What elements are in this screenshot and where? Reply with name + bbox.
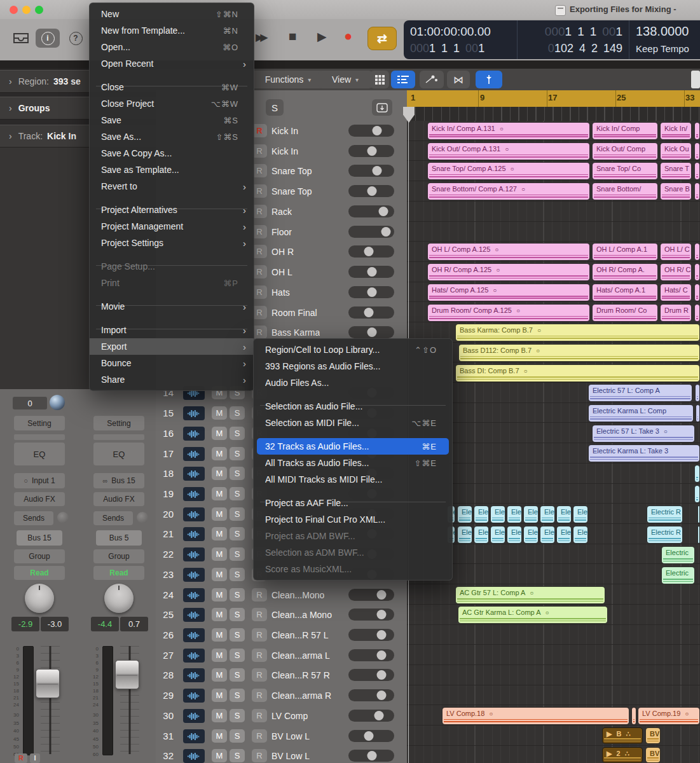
volume-slider[interactable]: [348, 145, 394, 157]
volume-slider[interactable]: [348, 669, 394, 681]
menu-item[interactable]: [254, 431, 452, 438]
solo-button[interactable]: S: [230, 527, 245, 540]
mute-button[interactable]: M: [212, 547, 227, 561]
track-row[interactable]: 25 M S R Clean...a Mono: [156, 605, 406, 626]
slider-knob[interactable]: [367, 267, 377, 277]
slider-knob[interactable]: [364, 731, 374, 741]
mute-button[interactable]: M: [212, 729, 227, 743]
menu-item[interactable]: All MIDI Tracks as MIDI File...: [254, 471, 452, 488]
menu-item[interactable]: [90, 72, 254, 79]
mute-button[interactable]: M: [212, 447, 227, 460]
track-row[interactable]: 31 M S R BV Low L: [156, 726, 406, 747]
menu-item[interactable]: [90, 195, 254, 202]
menu-item[interactable]: Share ›: [90, 371, 254, 388]
fader-cap[interactable]: [36, 669, 60, 698]
slider-knob[interactable]: [376, 630, 386, 640]
slider-knob[interactable]: [367, 146, 377, 156]
menu-item[interactable]: Project Settings ›: [90, 235, 254, 251]
menu-item[interactable]: Save A Copy As...: [90, 145, 254, 162]
slider-knob[interactable]: [381, 227, 391, 237]
menu-item[interactable]: Project as AAF File...: [254, 495, 452, 511]
menu-item[interactable]: Export ›: [90, 338, 254, 355]
mute-button[interactable]: M: [212, 608, 227, 621]
solo-button[interactable]: S: [230, 588, 245, 601]
volume-slider[interactable]: [348, 266, 394, 278]
zoom-window-button[interactable]: [35, 6, 43, 14]
menu-item[interactable]: [90, 251, 254, 258]
mute-button[interactable]: M: [212, 406, 227, 420]
menu-item[interactable]: Selection as MIDI File... ⌥⌘E: [254, 415, 452, 431]
slider-knob[interactable]: [367, 751, 377, 760]
menu-item[interactable]: Selection as ADM BWF...: [254, 544, 452, 561]
automation-button[interactable]: [420, 71, 444, 88]
eq-slot[interactable]: EQ: [14, 443, 65, 465]
slider-knob[interactable]: [378, 207, 388, 216]
solo-button[interactable]: S: [230, 729, 245, 743]
track-name[interactable]: Clean...Mono: [271, 590, 324, 600]
mute-button[interactable]: M: [212, 487, 227, 500]
solo-button[interactable]: S: [230, 487, 245, 500]
volume-slider[interactable]: [348, 165, 394, 177]
menu-item[interactable]: Bounce ›: [90, 355, 254, 371]
record-arm-button[interactable]: R: [15, 753, 27, 763]
slider-knob[interactable]: [372, 126, 381, 135]
track-name[interactable]: Clean...R 57 L: [271, 630, 329, 640]
gain-knob-icon[interactable]: [50, 395, 65, 410]
track-name[interactable]: OH L: [271, 267, 292, 277]
track-row[interactable]: 32 M S R BV Low L: [156, 746, 406, 763]
menu-item[interactable]: 393 Regions as Audio Files...: [254, 358, 452, 375]
track-row[interactable]: 28 M S R Clean...R 57 R: [156, 665, 406, 686]
track-row[interactable]: 29 M S R Clean...arma R: [156, 685, 406, 706]
solo-button[interactable]: S: [230, 709, 245, 722]
record-enable-button[interactable]: R: [252, 729, 267, 743]
track-name[interactable]: Clean...R 57 R: [271, 670, 330, 680]
solo-button[interactable]: S: [230, 507, 245, 521]
menu-item[interactable]: Page Setup...: [90, 258, 254, 275]
solo-button[interactable]: S: [230, 689, 245, 702]
menu-item[interactable]: Project to Final Cut Pro XML...: [254, 511, 452, 528]
solo-button[interactable]: S: [230, 668, 245, 682]
mute-button[interactable]: M: [212, 568, 227, 581]
pan-knob[interactable]: [25, 584, 54, 613]
solo-button[interactable]: S: [230, 406, 245, 420]
fader-track[interactable]: [41, 646, 60, 754]
volume-slider[interactable]: [348, 226, 394, 238]
send-knob[interactable]: [137, 512, 148, 523]
volume-slider[interactable]: [348, 689, 394, 701]
track-name[interactable]: Clean...arma R: [271, 691, 331, 701]
mute-button[interactable]: M: [212, 749, 227, 762]
volume-slider[interactable]: [348, 629, 394, 641]
menu-item[interactable]: Print ⌘P: [90, 275, 254, 291]
track-name[interactable]: BV Low L: [271, 731, 310, 741]
output-bus-slot[interactable]: Bus 5: [96, 530, 142, 546]
track-row[interactable]: 26 M S R Clean...R 57 L: [156, 625, 406, 646]
group-slot[interactable]: Group: [93, 549, 144, 563]
menu-item[interactable]: New ⇧⌘N: [90, 6, 254, 22]
track-name[interactable]: Room Final: [271, 308, 317, 318]
flex-button[interactable]: ⋈: [447, 71, 470, 88]
menu-item[interactable]: Save As... ⇧⌘S: [90, 128, 254, 145]
volume-slider[interactable]: [348, 589, 394, 601]
solo-button[interactable]: S: [230, 568, 245, 581]
mute-button[interactable]: M: [212, 689, 227, 702]
audio-fx-slot[interactable]: Audio FX: [14, 492, 65, 506]
slider-knob[interactable]: [376, 610, 386, 619]
ruler-ticks[interactable]: [407, 107, 700, 121]
mute-button[interactable]: M: [212, 507, 227, 521]
volume-value[interactable]: 0.7: [120, 617, 148, 631]
bar-ruler[interactable]: 19172533: [407, 90, 700, 107]
menu-item[interactable]: All Tracks as Audio Files... ⇧⌘E: [254, 455, 452, 471]
menu-item[interactable]: Import ›: [90, 322, 254, 338]
menu-item[interactable]: Close ⌘W: [90, 79, 254, 95]
solo-button[interactable]: S: [230, 547, 245, 561]
menu-item[interactable]: [90, 315, 254, 322]
menu-item[interactable]: [254, 391, 452, 398]
mute-button[interactable]: M: [212, 649, 227, 662]
catch-playhead-button[interactable]: [476, 71, 502, 88]
close-window-button[interactable]: [10, 6, 18, 14]
menu-item[interactable]: [90, 291, 254, 298]
volume-slider[interactable]: [348, 286, 394, 298]
solo-button[interactable]: S: [230, 628, 245, 642]
slider-knob[interactable]: [376, 650, 386, 660]
volume-slider[interactable]: [348, 306, 394, 319]
